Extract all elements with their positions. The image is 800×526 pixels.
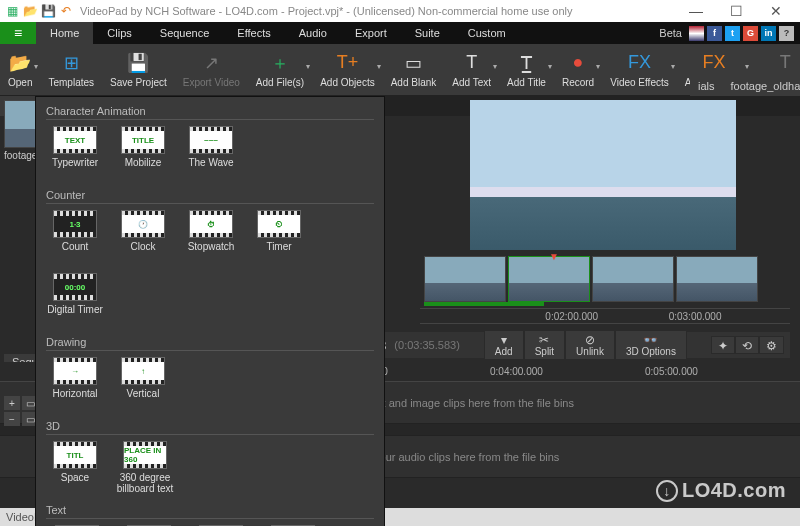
tab-audio[interactable]: Audio <box>285 22 341 44</box>
preview-video[interactable] <box>470 100 736 250</box>
record-icon: ● <box>573 52 584 74</box>
thumb-1[interactable] <box>424 256 506 302</box>
dd-thumb-icon: TITL <box>53 441 97 469</box>
addobj-button[interactable]: T+Add Objects <box>312 44 382 95</box>
tab-suite[interactable]: Suite <box>401 22 454 44</box>
playhead-icon: ▼ <box>549 251 559 262</box>
tab-custom[interactable]: Custom <box>454 22 520 44</box>
preview-range-bar[interactable] <box>424 302 544 306</box>
help-icon[interactable]: ? <box>779 26 794 41</box>
templates-button[interactable]: ⊞Templates <box>40 44 102 95</box>
tab-effects[interactable]: Effects <box>223 22 284 44</box>
export-button: ↗Export Video <box>175 44 248 95</box>
videofx-button[interactable]: FXVideo Effects <box>602 44 677 95</box>
thumb-2[interactable]: ▼ <box>508 256 590 302</box>
track-remove-button[interactable]: − <box>4 412 20 426</box>
dd-thumb-icon: TITLE <box>121 126 165 154</box>
window-controls: — ☐ ✕ <box>676 0 796 22</box>
qat-save-icon[interactable]: 💾 <box>40 3 56 19</box>
dd-item-label: Vertical <box>127 388 160 410</box>
preview-tab-file[interactable]: footage_oldharryrocks.mp4 <box>723 76 800 96</box>
templates-icon: ⊞ <box>64 52 79 74</box>
beta-label[interactable]: Beta <box>659 27 682 39</box>
unlink-icon: ⊘ <box>585 333 595 345</box>
dd-thumb-icon: PLACE IN 360 <box>123 441 167 469</box>
addblank-button[interactable]: ▭Add Blank <box>383 44 445 95</box>
facebook-icon[interactable]: f <box>707 26 722 41</box>
3d-icon: 👓 <box>643 333 658 345</box>
export-icon: ↗ <box>204 52 219 74</box>
dd-thumb-icon: ~~~ <box>189 126 233 154</box>
templates-label: Templates <box>48 77 94 88</box>
textfx-icon: T <box>780 52 791 74</box>
addtext-icon: T <box>466 52 477 74</box>
watermark-text: LO4D.com <box>682 479 786 502</box>
dd-item-360-degree-billboard-text[interactable]: PLACE IN 360360 degree billboard text <box>114 441 176 494</box>
split-icon: ✂ <box>539 333 549 345</box>
flag-icon[interactable] <box>689 26 704 41</box>
dd-item-timer[interactable]: ⏲Timer <box>250 210 308 263</box>
main-menu-button[interactable]: ≡ <box>0 22 36 44</box>
ribbon-tabs: HomeClipsSequenceEffectsAudioExportSuite… <box>36 22 520 44</box>
close-button[interactable]: ✕ <box>756 0 796 22</box>
tl-split-button[interactable]: ✂Split <box>524 330 565 360</box>
preview-tab-ials[interactable]: ials <box>690 76 723 96</box>
tab-home[interactable]: Home <box>36 22 93 44</box>
googleplus-icon[interactable]: G <box>743 26 758 41</box>
dd-section-text: Text <box>46 504 374 519</box>
dd-section-counter: Counter <box>46 189 374 204</box>
dd-item-mobilize[interactable]: TITLEMobilize <box>114 126 172 179</box>
tl-extra-1[interactable]: ⟲ <box>735 336 759 354</box>
dd-item-label: Mobilize <box>125 157 162 179</box>
addtext-button[interactable]: TAdd Text <box>444 44 499 95</box>
tl-extra-0[interactable]: ✦ <box>711 336 735 354</box>
maximize-button[interactable]: ☐ <box>716 0 756 22</box>
tl-3d-button[interactable]: 👓3D Options <box>615 330 687 360</box>
addfiles-label: Add File(s) <box>256 77 304 88</box>
title-bar: ▦ 📂 💾 ↶ VideoPad by NCH Software - LO4D.… <box>0 0 800 22</box>
videofx-label: Video Effects <box>610 77 669 88</box>
quick-access-toolbar: ▦ 📂 💾 ↶ <box>4 3 74 19</box>
dd-item-space[interactable]: TITLSpace <box>46 441 104 494</box>
tl-add-button[interactable]: ▾Add <box>484 330 524 360</box>
addobj-label: Add Objects <box>320 77 374 88</box>
tl-unlink-button[interactable]: ⊘Unlink <box>565 330 615 360</box>
qat-undo-icon[interactable]: ↶ <box>58 3 74 19</box>
dd-thumb-icon: → <box>53 357 97 385</box>
tab-sequence[interactable]: Sequence <box>146 22 224 44</box>
addfiles-button[interactable]: ＋Add File(s) <box>248 44 312 95</box>
export-label: Export Video <box>183 77 240 88</box>
linkedin-icon[interactable]: in <box>761 26 776 41</box>
tl-extra-2[interactable]: ⚙ <box>759 336 784 354</box>
add-title-dropdown[interactable]: Character AnimationTEXTTypewriterTITLEMo… <box>35 96 385 526</box>
minimize-button[interactable]: — <box>676 0 716 22</box>
timecode-secondary: (0:03:35.583) <box>394 339 459 351</box>
dd-item-count[interactable]: 1·3Count <box>46 210 104 263</box>
dd-item-the-wave[interactable]: ~~~The Wave <box>182 126 240 179</box>
tab-clips[interactable]: Clips <box>93 22 145 44</box>
open-label: Open <box>8 77 32 88</box>
dd-item-digital-timer[interactable]: 00:00Digital Timer <box>46 273 104 326</box>
add-icon: ▾ <box>501 333 507 345</box>
thumb-4[interactable] <box>676 256 758 302</box>
audiofx-icon: FX <box>703 52 726 74</box>
twitter-icon[interactable]: t <box>725 26 740 41</box>
save-button[interactable]: 💾Save Project <box>102 44 175 95</box>
dd-item-label: Horizontal <box>52 388 97 410</box>
preview-panel: ials footage_oldharryrocks.mp4 ▼ 0:02:00… <box>420 96 790 324</box>
dd-item-typewriter[interactable]: TEXTTypewriter <box>46 126 104 179</box>
dd-item-horizontal[interactable]: →Horizontal <box>46 357 104 410</box>
dd-item-vertical[interactable]: ↑Vertical <box>114 357 172 410</box>
qat-new-icon[interactable]: ▦ <box>4 3 20 19</box>
tab-export[interactable]: Export <box>341 22 401 44</box>
dd-item-stopwatch[interactable]: ⏱Stopwatch <box>182 210 240 263</box>
dd-item-clock[interactable]: 🕐Clock <box>114 210 172 263</box>
record-button[interactable]: ●Record <box>554 44 602 95</box>
thumb-3[interactable] <box>592 256 674 302</box>
track-add-button[interactable]: + <box>4 396 20 410</box>
record-label: Record <box>562 77 594 88</box>
open-button[interactable]: 📂Open <box>0 44 40 95</box>
addtitle-button[interactable]: T̲Add Title <box>499 44 554 95</box>
qat-open-icon[interactable]: 📂 <box>22 3 38 19</box>
dd-thumb-icon: ⏱ <box>189 210 233 238</box>
